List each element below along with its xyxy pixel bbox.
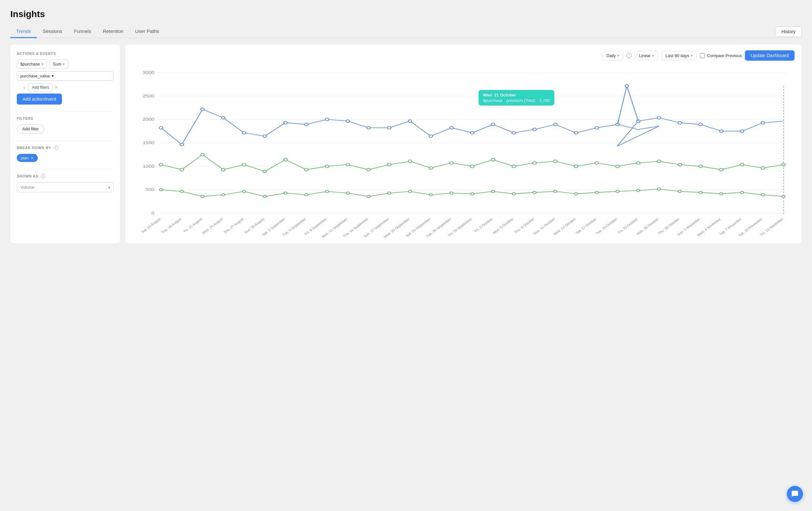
svg-point-62 [512, 165, 515, 168]
daily-button[interactable]: Daily ▾ [602, 51, 623, 60]
svg-text:500: 500 [146, 187, 154, 192]
svg-text:Mon. 5 October: Mon. 5 October [492, 217, 515, 234]
shown-as-wrapper: Volume [17, 182, 114, 192]
svg-point-76 [160, 189, 163, 191]
svg-point-82 [284, 192, 287, 194]
svg-point-17 [222, 117, 225, 119]
svg-point-25 [387, 126, 391, 129]
svg-text:2500: 2500 [143, 94, 154, 98]
shown-as-info-icon[interactable]: i [41, 174, 46, 178]
svg-point-24 [367, 126, 370, 129]
svg-point-86 [367, 195, 370, 198]
svg-point-102 [699, 191, 702, 193]
svg-text:1000: 1000 [143, 164, 154, 169]
svg-point-74 [761, 167, 764, 169]
svg-point-22 [325, 118, 329, 121]
svg-point-90 [450, 192, 453, 194]
svg-text:2000: 2000 [143, 117, 154, 122]
history-button[interactable]: History [775, 26, 802, 37]
breakdown-tag-close-icon[interactable]: ✕ [31, 156, 34, 160]
main-content: ACTIONS & EVENTS $purchase ▾ Sum ▾ purch… [10, 44, 802, 243]
chart-svg: 3000 2500 2000 1500 1000 500 0 [132, 66, 794, 240]
svg-point-21 [304, 123, 308, 126]
svg-point-40 [699, 123, 702, 126]
shown-as-section-title: SHOWN AS i [17, 174, 114, 178]
nav-bar: Trends Sessions Funnels Retention User P… [10, 25, 802, 38]
svg-point-29 [470, 131, 474, 134]
page-title: Insights [10, 9, 802, 19]
svg-point-65 [574, 165, 578, 168]
chat-icon [791, 490, 799, 498]
svg-point-99 [637, 189, 640, 191]
filters-section-title: FILTERS [17, 117, 114, 120]
update-dashboard-button[interactable]: Update Dashboard [745, 50, 794, 61]
filters-section: FILTERS Add filter [17, 117, 114, 133]
svg-point-23 [346, 120, 350, 122]
svg-point-18 [242, 131, 246, 134]
svg-point-87 [387, 192, 391, 194]
tab-funnels[interactable]: Funnels [68, 25, 97, 38]
svg-point-50 [263, 170, 267, 173]
event-dropdown[interactable]: $purchase ▾ [17, 59, 47, 69]
svg-point-73 [741, 163, 744, 166]
add-filters-row: ↳ Add filters ✕ [17, 83, 114, 92]
svg-point-105 [761, 193, 764, 196]
svg-point-89 [429, 193, 432, 196]
svg-point-59 [450, 161, 454, 164]
svg-point-51 [284, 158, 287, 161]
linear-button[interactable]: Linear ▾ [635, 51, 658, 60]
svg-point-91 [471, 192, 474, 195]
chart-info-icon[interactable]: i [627, 53, 632, 58]
svg-point-85 [346, 192, 350, 194]
svg-point-83 [304, 193, 308, 196]
shown-as-section: SHOWN AS i Volume [17, 174, 114, 192]
nav-tabs: Trends Sessions Funnels Retention User P… [10, 25, 775, 38]
breakdown-section-title: BREAK DOWN BY i [17, 146, 114, 150]
svg-point-48 [222, 169, 225, 171]
svg-point-95 [554, 190, 557, 192]
tab-user-paths[interactable]: User Paths [129, 25, 165, 38]
add-action-button[interactable]: Add action/event [17, 94, 62, 104]
tab-trends[interactable]: Trends [10, 25, 37, 38]
svg-text:Sat. 15 August: Sat. 15 August [140, 217, 162, 234]
svg-text:Fri. 13 November: Fri. 13 November [759, 217, 784, 236]
svg-point-26 [408, 120, 412, 122]
linear-chevron-icon: ▾ [652, 54, 654, 57]
svg-point-15 [180, 143, 184, 146]
date-range-button[interactable]: Last 90 days ▾ [661, 51, 697, 60]
compare-previous-label[interactable]: Compare Previous [700, 53, 742, 58]
add-filters-button[interactable]: Add filters [28, 83, 53, 92]
chat-button[interactable] [787, 486, 803, 502]
svg-text:Sun. 11 October: Sun. 11 October [532, 217, 556, 235]
aggregation-dropdown[interactable]: Sum ▾ [49, 59, 68, 69]
svg-point-63 [533, 161, 536, 164]
compare-previous-checkbox[interactable] [700, 53, 705, 58]
add-filter-button[interactable]: Add filter [17, 124, 44, 133]
actions-section-title: ACTIONS & EVENTS [17, 52, 114, 56]
breakdown-info-icon[interactable]: i [54, 146, 58, 150]
tab-retention[interactable]: Retention [97, 25, 129, 38]
add-filters-close-icon[interactable]: ✕ [55, 85, 58, 90]
sidebar: ACTIONS & EVENTS $purchase ▾ Sum ▾ purch… [10, 44, 120, 243]
property-dropdown[interactable]: purchase_value ▾ [17, 71, 114, 81]
svg-point-98 [616, 190, 619, 192]
tab-sessions[interactable]: Sessions [37, 25, 68, 38]
svg-text:Sat. 17 October: Sat. 17 October [575, 217, 598, 235]
svg-text:3000: 3000 [143, 70, 154, 75]
chart-area: Wed. 21 October $purchase - premium (Tot… [132, 66, 794, 240]
svg-point-101 [678, 190, 682, 192]
svg-text:Tue. 20 October: Tue. 20 October [595, 217, 618, 235]
svg-point-54 [346, 163, 350, 166]
event-chevron-icon: ▾ [41, 62, 43, 66]
svg-point-20 [284, 121, 287, 124]
svg-point-94 [533, 191, 536, 193]
chart-panel: Daily ▾ i Linear ▾ Last 90 days ▾ Compar… [125, 44, 802, 243]
svg-point-60 [470, 165, 474, 168]
svg-point-72 [719, 169, 723, 171]
svg-point-31 [512, 131, 515, 134]
shown-as-select[interactable]: Volume [17, 182, 114, 192]
svg-point-68 [636, 161, 640, 164]
svg-point-19 [263, 135, 267, 138]
svg-point-77 [180, 190, 183, 192]
svg-point-38 [658, 117, 661, 119]
